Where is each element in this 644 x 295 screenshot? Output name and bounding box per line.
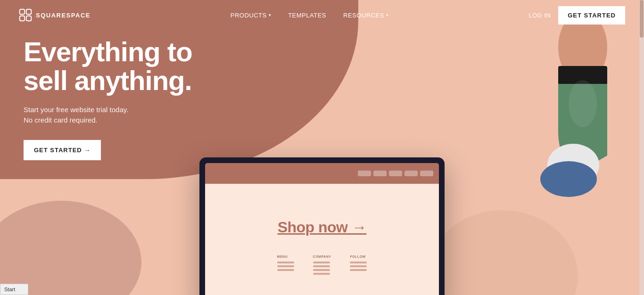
- svg-rect-3: [26, 16, 32, 21]
- screen-nav-pill-5: [420, 171, 433, 176]
- screen-nav-pill-4: [405, 171, 418, 176]
- screen-header: [205, 163, 439, 184]
- screen-menu-heading: MENU: [277, 255, 294, 258]
- nav-products[interactable]: PRODUCTS ▾: [231, 12, 271, 19]
- screen-company-link-1: [313, 262, 330, 263]
- screen-body: Shop now → MENU COMPANY: [205, 184, 439, 295]
- laptop-outer: Shop now → MENU COMPANY: [199, 157, 445, 295]
- svg-rect-1: [26, 9, 32, 15]
- hero-section: Everything to sell anything. Start your …: [24, 38, 192, 160]
- status-bar: Start: [0, 284, 28, 295]
- nav-right-actions: LOG IN GET STARTED: [528, 6, 625, 25]
- screen-follow-col: FOLLOW: [350, 255, 367, 275]
- nav-links: PRODUCTS ▾ TEMPLATES RESOURCES ▾: [91, 12, 528, 19]
- screen-menu-link-3: [277, 269, 294, 271]
- logo[interactable]: SQUARESPACE: [19, 8, 91, 22]
- nav-resources[interactable]: RESOURCES ▾: [343, 12, 388, 19]
- screen-follow-link-3: [350, 269, 367, 271]
- screen-footer: MENU COMPANY FOLLOW: [277, 255, 367, 275]
- login-button[interactable]: LOG IN: [528, 12, 551, 19]
- svg-point-8: [540, 161, 597, 197]
- navbar: SQUARESPACE PRODUCTS ▾ TEMPLATES RESOURC…: [0, 0, 644, 30]
- bg-bottom-right-blob: [427, 210, 578, 295]
- sock-image: [536, 19, 630, 217]
- screen-nav-pill-2: [373, 171, 387, 176]
- bg-bottom-left-blob: [0, 201, 141, 295]
- svg-rect-2: [20, 16, 25, 21]
- screen-menu-link-1: [277, 262, 294, 263]
- screen-follow-heading: FOLLOW: [350, 255, 367, 258]
- screen-menu-col: MENU: [277, 255, 294, 275]
- screen-nav-pill-3: [389, 171, 402, 176]
- screen-follow-link-1: [350, 262, 367, 263]
- screen-company-col: COMPANY: [313, 255, 331, 275]
- screen-nav-pill: [358, 171, 371, 176]
- status-bar-label: Start: [4, 287, 15, 292]
- scrollbar[interactable]: [639, 0, 644, 295]
- hero-title: Everything to sell anything.: [24, 38, 192, 95]
- nav-get-started-button[interactable]: GET STARTED: [558, 6, 625, 25]
- brand-name: SQUARESPACE: [36, 12, 91, 19]
- screen-company-link-3: [313, 269, 330, 271]
- laptop-mockup: Shop now → MENU COMPANY: [199, 157, 445, 295]
- hero-cta-button[interactable]: GET STARTED →: [24, 140, 101, 160]
- svg-point-9: [569, 80, 597, 127]
- screen-menu-link-2: [277, 265, 294, 267]
- laptop-screen: Shop now → MENU COMPANY: [205, 163, 439, 295]
- resources-chevron-icon: ▾: [386, 13, 389, 17]
- screen-company-link-4: [313, 273, 330, 275]
- nav-templates[interactable]: TEMPLATES: [288, 12, 326, 19]
- hero-subtitle: Start your free website trial today. No …: [24, 105, 192, 126]
- scrollbar-thumb[interactable]: [640, 0, 644, 38]
- products-chevron-icon: ▾: [269, 13, 272, 17]
- screen-company-heading: COMPANY: [313, 255, 331, 258]
- screen-shop-now[interactable]: Shop now →: [278, 219, 367, 236]
- screen-follow-link-2: [350, 265, 367, 267]
- svg-rect-0: [20, 9, 25, 15]
- screen-company-link-2: [313, 265, 330, 267]
